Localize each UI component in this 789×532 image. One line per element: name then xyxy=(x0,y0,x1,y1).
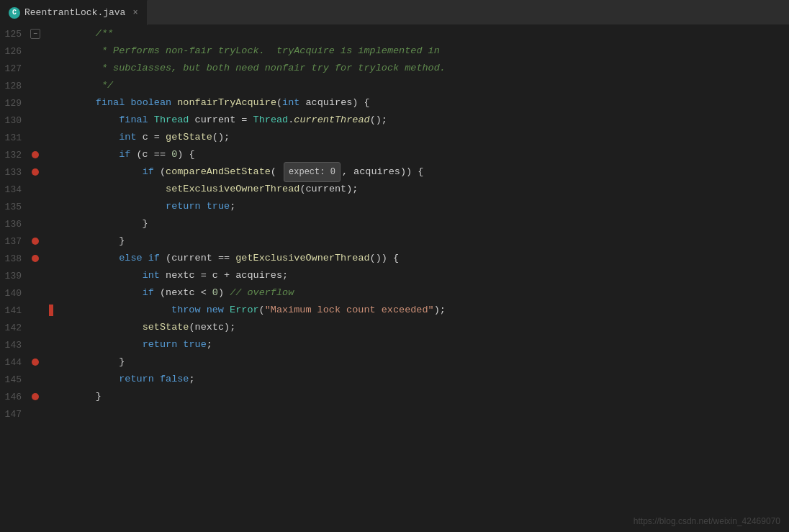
line-number-147: 147 xyxy=(0,409,27,420)
code-line-138: else if (current == getExclusiveOwnerThr… xyxy=(49,250,789,267)
gutter: 125− 126 127 128 129 130 131 132 133 134… xyxy=(0,25,43,532)
tab-bar: C ReentrantLock.java × xyxy=(0,0,789,25)
code-line-127: * subclasses, but both need nonfair try … xyxy=(49,60,789,77)
line-number-127: 127 xyxy=(0,63,27,74)
code-line-139: int nextc = c + acquires; xyxy=(49,267,789,284)
code-line-130: final Thread current = Thread.currentThr… xyxy=(49,112,789,129)
code-line-133: if (compareAndSetState( expect: 0, acqui… xyxy=(49,163,789,181)
line-number-146: 146 xyxy=(0,392,27,402)
code-line-141: throw new Error("Maximum lock count exce… xyxy=(49,302,789,319)
line-number-141: 141 xyxy=(0,305,27,316)
code-line-144: } xyxy=(49,353,789,371)
code-line-131: int c = getState(); xyxy=(49,129,789,146)
line-number-130: 130 xyxy=(0,115,27,126)
tooltip-expect: expect: 0 xyxy=(284,162,341,182)
tab-filename: ReentrantLock.java xyxy=(24,7,125,18)
code-line-125: /** xyxy=(49,25,789,42)
breakpoint-133[interactable] xyxy=(27,168,43,176)
line-number-144: 144 xyxy=(0,357,27,368)
breakpoint-144[interactable] xyxy=(27,359,43,366)
code-line-134: setExclusiveOwnerThread(current); xyxy=(49,181,789,198)
breakpoint-132[interactable] xyxy=(27,151,43,158)
line-number-140: 140 xyxy=(0,288,27,299)
code-line-142: setState(nextc); xyxy=(49,319,789,336)
line-number-142: 142 xyxy=(0,323,27,333)
line-number-128: 128 xyxy=(0,81,27,91)
line-number-139: 139 xyxy=(0,271,27,281)
line-number-134: 134 xyxy=(0,184,27,195)
tab-reentrant[interactable]: C ReentrantLock.java × xyxy=(0,0,148,25)
breakpoint-125[interactable]: − xyxy=(27,29,43,39)
fold-icon-125[interactable]: − xyxy=(30,29,40,39)
code-line-147 xyxy=(49,405,789,423)
line-number-131: 131 xyxy=(0,132,27,143)
tab-icon: C xyxy=(9,7,20,19)
line-number-136: 136 xyxy=(0,219,27,230)
watermark: https://blog.csdn.net/weixin_42469070 xyxy=(634,516,780,526)
code-line-145: return false; xyxy=(49,371,789,388)
code-line-129: final boolean nonfairTryAcquire(int acqu… xyxy=(49,94,789,112)
line-number-125: 125 xyxy=(0,29,27,40)
line-number-137: 137 xyxy=(0,236,27,247)
code-line-126: * Performs non-fair tryLock. tryAcquire … xyxy=(49,42,789,60)
code-line-128: */ xyxy=(49,77,789,94)
line-number-145: 145 xyxy=(0,374,27,385)
code-line-140: if (nextc < 0) // overflow xyxy=(49,284,789,302)
line-number-143: 143 xyxy=(0,340,27,351)
code-line-137: } xyxy=(49,233,789,250)
code-line-136: } xyxy=(49,215,789,233)
tab-close-icon[interactable]: × xyxy=(132,8,137,18)
breakpoint-138[interactable] xyxy=(27,255,43,262)
breakpoint-137[interactable] xyxy=(27,238,43,245)
code-line-146: } xyxy=(49,388,789,405)
line-number-135: 135 xyxy=(0,202,27,212)
code-line-132: if (c == 0) { xyxy=(49,146,789,163)
code-line-143: return true; xyxy=(49,336,789,353)
line-number-133: 133 xyxy=(0,167,27,178)
line-number-129: 129 xyxy=(0,98,27,109)
code-line-135: return true; xyxy=(49,198,789,215)
line-number-138: 138 xyxy=(0,253,27,264)
line-number-126: 126 xyxy=(0,46,27,57)
line-number-132: 132 xyxy=(0,150,27,161)
breakpoint-146[interactable] xyxy=(27,393,43,400)
code-area[interactable]: /** * Performs non-fair tryLock. tryAcqu… xyxy=(43,25,789,532)
